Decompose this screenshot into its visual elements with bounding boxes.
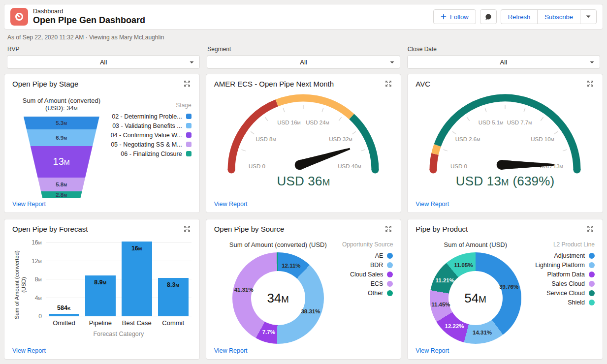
card-title: AVC xyxy=(415,79,430,89)
legend-swatch xyxy=(387,272,393,277)
legend-title: L2 Product Line xyxy=(553,241,595,251)
card-title: AMER ECS - Open Pipe Next Month xyxy=(214,79,334,89)
view-report-link[interactable]: View Report xyxy=(415,201,449,209)
legend-item[interactable]: BDR xyxy=(370,260,393,270)
gauge-value: USD 36M xyxy=(277,174,330,189)
donut-chart[interactable]: 54M 39.76%14.31%12.22%11.45%11.21%11.05% xyxy=(430,252,521,344)
expand-icon[interactable] xyxy=(183,79,192,90)
x-category-label: Omitted xyxy=(46,319,82,327)
donut-slice-label: 14.31% xyxy=(473,330,492,335)
dashboard-icon xyxy=(10,8,28,26)
legend-item[interactable]: AE xyxy=(375,251,393,260)
segment-filter-select[interactable]: All xyxy=(207,55,400,69)
legend-item[interactable]: 04 - Confirming Value W... xyxy=(111,130,192,140)
y-tick-label: 4M xyxy=(35,295,42,302)
expand-icon[interactable] xyxy=(183,224,192,235)
svg-text:USD 10M: USD 10M xyxy=(531,136,554,142)
funnel-segment[interactable]: 2.8M xyxy=(24,191,99,198)
expand-icon[interactable] xyxy=(586,224,595,235)
legend-swatch xyxy=(589,253,595,259)
legend-item[interactable]: Platform Data xyxy=(547,270,595,279)
svg-text:USD 0: USD 0 xyxy=(249,163,266,169)
donut-center-value: 54M xyxy=(464,291,486,306)
chevron-down-icon xyxy=(390,61,394,64)
funnel-segment[interactable]: 5.8M xyxy=(24,178,99,191)
legend-title: Opportunity Source xyxy=(342,241,393,251)
legend-item[interactable]: Service Cloud xyxy=(546,288,595,298)
bar-value-label: 16M xyxy=(131,245,142,252)
svg-text:USD 16M: USD 16M xyxy=(278,120,301,125)
expand-icon[interactable] xyxy=(384,224,393,235)
view-report-link[interactable]: View Report xyxy=(214,347,248,355)
bar-value-label: 8.3M xyxy=(167,281,179,288)
chevron-down-icon xyxy=(590,61,594,64)
card-title: Open Pipe by Stage xyxy=(12,79,78,89)
y-tick-label: 0 xyxy=(38,313,42,320)
follow-button[interactable]: Follow xyxy=(433,9,476,24)
donut-slice-label: 7.7% xyxy=(262,329,275,335)
chart-title: Sum of Amount (USD) xyxy=(444,241,507,248)
card-title: Open Pipe by Forecast xyxy=(12,224,88,234)
donut-legend: L2 Product Line Adjustment Lightning Pla… xyxy=(535,241,595,347)
legend-item[interactable]: Other xyxy=(368,288,393,298)
card-pipe-by-product: Pipe by Product Sum of Amount (USD) 54M … xyxy=(407,219,603,360)
view-report-link[interactable]: View Report xyxy=(12,201,46,209)
bar-value-label: 8.9M xyxy=(94,279,106,286)
view-report-link[interactable]: View Report xyxy=(415,347,449,355)
donut-center-value: 34M xyxy=(267,291,289,306)
bar-chart[interactable]: 584K8.9M16M8.3M xyxy=(46,240,192,316)
legend-item[interactable]: ECS xyxy=(371,279,393,288)
svg-text:USD 0: USD 0 xyxy=(450,163,467,169)
legend-item[interactable]: Sales Cloud xyxy=(552,279,595,288)
card-amer-ecs-open-pipe-next-month: AMER ECS - Open Pipe Next Month USD 0USD… xyxy=(206,74,402,213)
svg-text:USD 40M: USD 40M xyxy=(338,163,361,169)
legend-item[interactable]: 02 - Determining Proble... xyxy=(112,112,191,121)
legend-item[interactable]: 03 - Validating Benefits ... xyxy=(112,121,192,130)
legend-item[interactable]: 05 - Negotiating SS & M... xyxy=(111,140,192,149)
legend-swatch xyxy=(186,132,192,138)
funnel-chart[interactable]: 5.3M6.9M13M5.8M2.8M xyxy=(24,117,99,198)
legend-item[interactable]: Adjustment xyxy=(554,251,595,260)
card-open-pipe-by-source: Open Pipe by Source Sum of Amount (conve… xyxy=(206,219,402,360)
svg-text:USD 2.6M: USD 2.6M xyxy=(455,136,480,142)
legend-swatch xyxy=(387,281,393,287)
x-category-label: Commit xyxy=(155,319,192,327)
as-of-line: As of Sep 22, 2020 11:32 AM · Viewing as… xyxy=(0,30,607,41)
plus-icon xyxy=(441,14,447,20)
svg-text:USD 7.7M: USD 7.7M xyxy=(507,120,532,125)
funnel-segment[interactable]: 6.9M xyxy=(24,129,99,146)
speech-bubble-button[interactable] xyxy=(480,9,497,24)
y-axis-ticks: 04M8M12M16M xyxy=(28,240,46,316)
funnel-legend: Stage 02 - Determining Proble... 03 - Va… xyxy=(111,102,192,201)
page-title: Open Pipe Gen Dashboard xyxy=(33,15,145,26)
view-report-link[interactable]: View Report xyxy=(214,201,248,209)
legend-item[interactable]: 06 - Finalizing Closure xyxy=(121,149,191,158)
view-report-link[interactable]: View Report xyxy=(12,347,46,355)
funnel-segment[interactable]: 13M xyxy=(24,146,99,178)
more-actions-button[interactable] xyxy=(580,9,597,24)
expand-icon[interactable] xyxy=(586,79,595,90)
x-category-label: Best Case xyxy=(119,319,155,327)
expand-icon[interactable] xyxy=(384,79,393,90)
donut-chart[interactable]: 34M 12.11%38.31%7.7%41.31% xyxy=(232,252,324,344)
refresh-button[interactable]: Refresh xyxy=(501,9,538,24)
legend-item[interactable]: Cloud Sales xyxy=(350,270,393,279)
legend-swatch xyxy=(387,253,393,259)
x-axis-categories: OmittedPipelineBest CaseCommit xyxy=(46,319,192,327)
svg-text:USD 8M: USD 8M xyxy=(256,136,276,142)
donut-legend: Opportunity Source AE BDR Cloud Sales EC… xyxy=(342,241,393,347)
subscribe-button[interactable]: Subscribe xyxy=(537,9,580,24)
donut-slice-label: 12.22% xyxy=(445,323,464,329)
close-date-filter-select[interactable]: All xyxy=(407,55,600,69)
bar[interactable] xyxy=(49,314,79,316)
rvp-filter-select[interactable]: All xyxy=(7,55,200,69)
donut-slice-label: 11.05% xyxy=(454,262,473,268)
legend-swatch xyxy=(589,281,595,287)
legend-item[interactable]: Shield xyxy=(568,298,595,307)
donut-slice-label: 38.31% xyxy=(301,308,320,314)
chevron-down-icon xyxy=(190,61,194,64)
legend-item[interactable]: Lightning Platform xyxy=(535,260,595,270)
legend-swatch xyxy=(387,290,393,296)
funnel-segment[interactable]: 5.3M xyxy=(24,117,99,129)
bar[interactable] xyxy=(122,242,152,316)
